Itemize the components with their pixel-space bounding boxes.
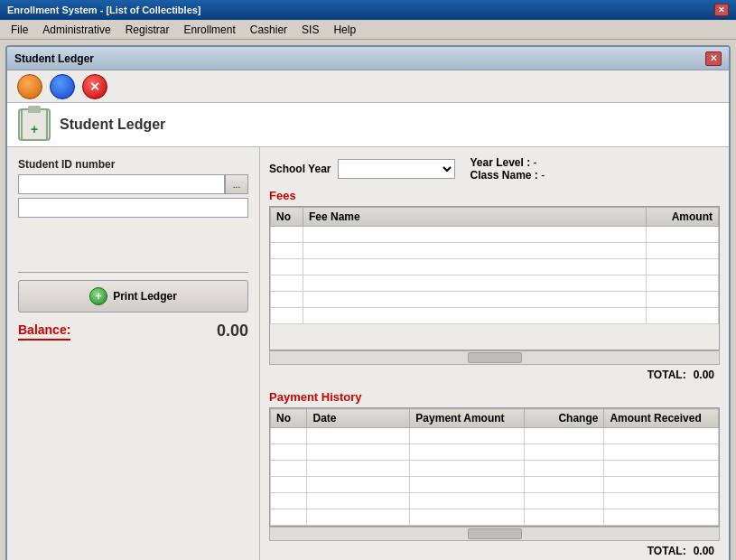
class-name-text: Class Name : - [470, 169, 545, 182]
header-clipboard-icon: + [18, 108, 51, 141]
fees-empty-row-6 [271, 308, 719, 324]
payment-hscroll-thumb[interactable] [468, 528, 522, 539]
payment-empty-row-4 [271, 477, 719, 493]
browse-btn[interactable]: ... [225, 174, 248, 194]
clipboard-add-icon: + [21, 108, 48, 141]
payment-empty-row-6 [271, 509, 719, 526]
toolbar: ✕ [7, 70, 729, 103]
payment-table-wrapper: No Date Payment Amount Change Amount Rec… [269, 407, 720, 527]
plus-icon: + [31, 122, 38, 136]
payment-empty-row-1 [271, 428, 719, 444]
title-bar: Enrollment System - [List of Collectible… [0, 0, 736, 20]
print-green-icon: + [89, 287, 107, 305]
fees-hscrollbar[interactable] [269, 350, 720, 365]
menu-enrollment[interactable]: Enrollment [176, 22, 242, 38]
close-window-btn[interactable]: ✕ [714, 4, 729, 16]
year-level-info: Year Level : - Class Name : - [470, 156, 545, 182]
year-level-label: Year Level : [470, 156, 530, 169]
fees-table-wrapper: No Fee Name Amount [269, 206, 720, 350]
toolbar-orange-icon[interactable] [16, 74, 43, 99]
payment-total-label: TOTAL: [647, 545, 686, 557]
fees-empty-row-1 [271, 227, 719, 243]
fees-table-header-row: No Fee Name Amount [271, 208, 719, 227]
print-ledger-btn[interactable]: + Print Ledger [18, 280, 248, 313]
fees-total-value: 0.00 [694, 369, 714, 381]
fees-total-label: TOTAL: [647, 369, 686, 381]
payment-empty-row-2 [271, 444, 719, 461]
year-level-text: Year Level : - [470, 156, 545, 169]
fees-table: No Fee Name Amount [270, 207, 719, 324]
school-year-row: School Year Year Level : - Class Name : … [269, 156, 720, 182]
inner-title-bar: Student Ledger ✕ [7, 47, 729, 70]
payment-table-body [271, 428, 719, 526]
class-name-value: - [541, 169, 545, 182]
payment-label: Payment History [269, 390, 720, 404]
menu-file[interactable]: File [4, 22, 35, 38]
school-year-select[interactable] [338, 159, 455, 179]
payment-empty-row-5 [271, 493, 719, 509]
balance-row: Balance: 0.00 [18, 322, 248, 341]
payment-total-row: TOTAL: 0.00 [269, 541, 720, 560]
menu-cashier[interactable]: Cashier [243, 22, 294, 38]
student-name-input[interactable] [18, 198, 248, 218]
toolbar-red-icon[interactable]: ✕ [81, 74, 108, 99]
fees-col-no: No [271, 208, 303, 227]
fees-empty-row-3 [271, 259, 719, 275]
separator [18, 272, 248, 273]
student-id-input-row: ... [18, 174, 248, 194]
menu-help[interactable]: Help [326, 22, 363, 38]
payment-section: Payment History No Date Payment Amount C… [269, 390, 720, 560]
fees-label: Fees [269, 189, 720, 202]
fees-col-amount: Amount [647, 208, 719, 227]
payment-table-header-row: No Date Payment Amount Change Amount Rec… [271, 409, 719, 428]
inner-window: Student Ledger ✕ ✕ + Student Ledger Stud… [5, 45, 731, 560]
blue-sphere-icon [50, 74, 75, 99]
right-panel: School Year Year Level : - Class Name : … [260, 147, 729, 560]
payment-col-change: Change [524, 409, 604, 428]
balance-label: Balance: [18, 322, 70, 341]
left-panel: Student ID number ... + Print Ledger Bal… [7, 147, 260, 560]
payment-total-value: 0.00 [694, 545, 714, 557]
fees-empty-row-4 [271, 275, 719, 292]
orange-sphere-icon [17, 74, 42, 99]
balance-value: 0.00 [217, 322, 248, 341]
fees-total-row: TOTAL: 0.00 [269, 365, 720, 385]
print-btn-label: Print Ledger [113, 290, 177, 303]
school-year-label: School Year [269, 163, 331, 175]
payment-col-date: Date [307, 409, 410, 428]
inner-window-title: Student Ledger [14, 52, 94, 65]
fees-table-body [271, 227, 719, 324]
menu-registrar[interactable]: Registrar [118, 22, 177, 38]
class-name-label: Class Name : [470, 169, 537, 182]
menu-sis[interactable]: SIS [294, 22, 326, 38]
menu-administrative[interactable]: Administrative [35, 22, 117, 38]
fees-empty-row-2 [271, 243, 719, 259]
payment-col-received: Amount Received [604, 409, 719, 428]
fees-section: Fees No Fee Name Amount [269, 189, 720, 385]
payment-table: No Date Payment Amount Change Amount Rec… [270, 408, 719, 526]
toolbar-blue-icon[interactable] [49, 74, 76, 99]
payment-hscrollbar[interactable] [269, 527, 720, 541]
payment-col-amount: Payment Amount [410, 409, 525, 428]
content-area: Student ID number ... + Print Ledger Bal… [7, 147, 729, 560]
red-x-icon: ✕ [82, 74, 107, 99]
student-id-input[interactable] [18, 174, 225, 194]
inner-close-btn[interactable]: ✕ [705, 51, 722, 66]
fees-hscroll-thumb[interactable] [468, 352, 522, 363]
payment-empty-row-3 [271, 461, 719, 477]
year-level-value: - [534, 156, 537, 169]
menu-bar: File Administrative Registrar Enrollment… [0, 20, 736, 40]
fees-empty-row-5 [271, 292, 719, 308]
header-area: + Student Ledger [7, 103, 729, 147]
payment-col-no: No [271, 409, 307, 428]
student-id-label: Student ID number [18, 158, 248, 171]
app-title: Enrollment System - [List of Collectible… [7, 5, 713, 15]
fees-col-name: Fee Name [303, 208, 647, 227]
page-title: Student Ledger [60, 117, 165, 133]
